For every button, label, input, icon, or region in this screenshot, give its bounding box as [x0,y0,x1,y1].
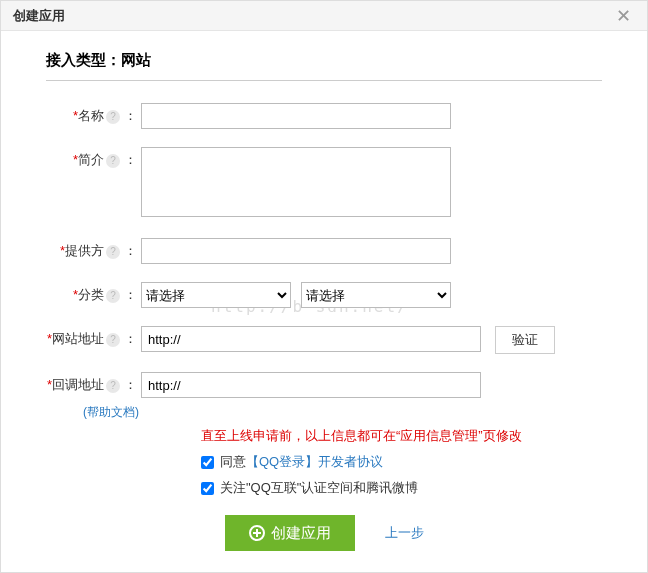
row-intro: *简介?： [46,147,602,220]
agree-row: 同意 【QQ登录】开发者协议 [201,453,602,471]
category-select-2[interactable]: 请选择 [301,282,451,308]
dialog-content: 接入类型：网站 *名称?： *简介?： *提供方?： [1,31,647,551]
row-category: *分类?： 请选择 请选择 [46,282,602,308]
dialog-title: 创建应用 [13,7,65,25]
developer-agreement-link[interactable]: 【QQ登录】开发者协议 [246,453,383,471]
help-doc-link[interactable]: (帮助文档) [83,405,139,419]
follow-label: 关注"QQ互联"认证空间和腾讯微博 [220,479,418,497]
label-intro: *简介?： [46,147,141,169]
label-provider: *提供方?： [46,238,141,260]
prev-step-link[interactable]: 上一步 [385,524,424,542]
label-site-url: *网站地址?： [46,326,141,348]
label-name: *名称?： [46,103,141,125]
follow-checkbox[interactable] [201,482,214,495]
create-app-button[interactable]: 创建应用 [225,515,355,551]
plus-circle-icon [249,525,265,541]
help-icon[interactable]: ? [106,333,120,347]
help-icon[interactable]: ? [106,245,120,259]
create-label: 创建应用 [271,524,331,543]
help-icon[interactable]: ? [106,110,120,124]
category-select-1[interactable]: 请选择 [141,282,291,308]
section-header: 接入类型：网站 [46,51,602,81]
titlebar: 创建应用 ✕ [1,1,647,31]
label-category: *分类?： [46,282,141,304]
verify-button[interactable]: 验证 [495,326,555,354]
action-row: 创建应用 上一步 [46,515,602,551]
below-callback: (帮助文档) 直至上线申请前，以上信息都可在“应用信息管理”页修改 同意 【QQ… [145,404,602,497]
agree-pre: 同意 [220,453,246,471]
row-callback-url: *回调地址?： [46,372,602,398]
agree-checkbox[interactable] [201,456,214,469]
help-icon[interactable]: ? [106,289,120,303]
site-url-input[interactable] [141,326,481,352]
label-callback-url: *回调地址?： [46,372,141,394]
row-site-url: *网站地址?： 验证 [46,326,602,354]
row-name: *名称?： [46,103,602,129]
provider-input[interactable] [141,238,451,264]
create-app-dialog: http://b sdn.net/ 创建应用 ✕ 接入类型：网站 *名称?： *… [0,0,648,573]
close-icon[interactable]: ✕ [612,5,635,27]
help-icon[interactable]: ? [106,154,120,168]
row-provider: *提供方?： [46,238,602,264]
intro-textarea[interactable] [141,147,451,217]
name-input[interactable] [141,103,451,129]
follow-row: 关注"QQ互联"认证空间和腾讯微博 [201,479,602,497]
info-edit-note: 直至上线申请前，以上信息都可在“应用信息管理”页修改 [201,427,602,445]
help-icon[interactable]: ? [106,379,120,393]
callback-url-input[interactable] [141,372,481,398]
